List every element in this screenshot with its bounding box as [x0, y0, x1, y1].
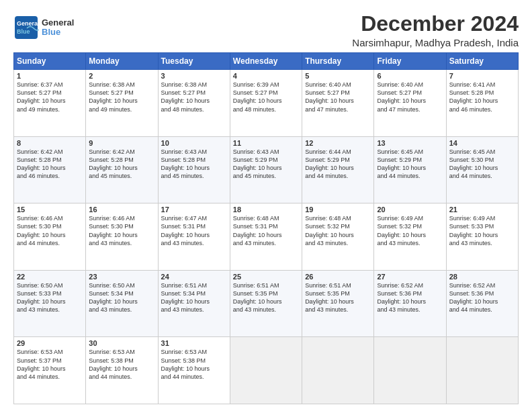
day-cell: 24Sunrise: 6:51 AM Sunset: 5:34 PM Dayli… [158, 270, 230, 337]
day-info: Sunrise: 6:39 AM Sunset: 5:27 PM Dayligh… [233, 81, 299, 113]
day-info: Sunrise: 6:38 AM Sunset: 5:27 PM Dayligh… [89, 81, 154, 113]
day-number: 3 [161, 72, 227, 80]
day-cell: 13Sunrise: 6:45 AM Sunset: 5:29 PM Dayli… [374, 136, 446, 203]
day-number: 16 [89, 205, 154, 214]
day-number: 14 [449, 139, 515, 147]
day-info: Sunrise: 6:49 AM Sunset: 5:33 PM Dayligh… [449, 214, 515, 247]
day-number: 23 [89, 273, 154, 281]
day-cell: 27Sunrise: 6:52 AM Sunset: 5:36 PM Dayli… [374, 270, 446, 337]
col-header-sunday: Sunday [14, 53, 86, 70]
day-cell: 30Sunrise: 6:53 AM Sunset: 5:38 PM Dayli… [86, 337, 158, 404]
day-cell: 3Sunrise: 6:38 AM Sunset: 5:27 PM Daylig… [158, 70, 230, 137]
day-info: Sunrise: 6:46 AM Sunset: 5:30 PM Dayligh… [17, 214, 83, 247]
day-info: Sunrise: 6:40 AM Sunset: 5:27 PM Dayligh… [305, 81, 371, 113]
col-header-monday: Monday [86, 53, 158, 70]
subtitle: Narsimhapur, Madhya Pradesh, India [352, 37, 519, 48]
day-number: 2 [89, 72, 154, 80]
day-number: 9 [89, 139, 154, 147]
day-number: 11 [233, 139, 299, 147]
day-cell: 1Sunrise: 6:37 AM Sunset: 5:27 PM Daylig… [14, 70, 86, 137]
week-row-1: 1Sunrise: 6:37 AM Sunset: 5:27 PM Daylig… [14, 70, 519, 137]
day-info: Sunrise: 6:53 AM Sunset: 5:38 PM Dayligh… [161, 348, 227, 381]
day-number: 20 [377, 205, 443, 214]
day-number: 5 [305, 72, 371, 80]
day-number: 22 [17, 273, 83, 281]
day-info: Sunrise: 6:46 AM Sunset: 5:30 PM Dayligh… [89, 214, 154, 247]
calendar-header-row: SundayMondayTuesdayWednesdayThursdayFrid… [14, 53, 519, 70]
day-cell: 23Sunrise: 6:50 AM Sunset: 5:34 PM Dayli… [86, 270, 158, 337]
week-row-4: 22Sunrise: 6:50 AM Sunset: 5:33 PM Dayli… [14, 270, 519, 337]
day-cell: 11Sunrise: 6:43 AM Sunset: 5:29 PM Dayli… [230, 136, 302, 203]
header: General Blue General Blue December 2024 … [13, 12, 519, 48]
logo-text: General Blue [42, 18, 74, 38]
day-info: Sunrise: 6:48 AM Sunset: 5:32 PM Dayligh… [305, 214, 371, 247]
col-header-wednesday: Wednesday [230, 53, 302, 70]
day-info: Sunrise: 6:53 AM Sunset: 5:38 PM Dayligh… [89, 348, 154, 381]
day-number: 10 [161, 139, 227, 147]
day-info: Sunrise: 6:47 AM Sunset: 5:31 PM Dayligh… [161, 214, 227, 247]
day-number: 4 [233, 72, 299, 80]
day-cell [446, 337, 518, 404]
day-cell: 17Sunrise: 6:47 AM Sunset: 5:31 PM Dayli… [158, 203, 230, 271]
day-info: Sunrise: 6:52 AM Sunset: 5:36 PM Dayligh… [377, 281, 443, 314]
svg-text:Blue: Blue [17, 28, 30, 35]
day-info: Sunrise: 6:51 AM Sunset: 5:35 PM Dayligh… [233, 281, 299, 314]
day-cell: 5Sunrise: 6:40 AM Sunset: 5:27 PM Daylig… [302, 70, 374, 137]
day-cell: 20Sunrise: 6:49 AM Sunset: 5:32 PM Dayli… [374, 203, 446, 271]
calendar-table: SundayMondayTuesdayWednesdayThursdayFrid… [13, 52, 519, 404]
day-info: Sunrise: 6:52 AM Sunset: 5:36 PM Dayligh… [449, 281, 515, 314]
day-number: 21 [449, 205, 515, 214]
week-row-3: 15Sunrise: 6:46 AM Sunset: 5:30 PM Dayli… [14, 203, 519, 271]
day-info: Sunrise: 6:51 AM Sunset: 5:34 PM Dayligh… [161, 281, 227, 314]
day-number: 7 [449, 72, 515, 80]
day-number: 31 [161, 339, 227, 347]
day-info: Sunrise: 6:50 AM Sunset: 5:33 PM Dayligh… [17, 281, 83, 314]
title-block: December 2024 Narsimhapur, Madhya Prades… [352, 12, 519, 48]
day-number: 13 [377, 139, 443, 147]
day-cell: 15Sunrise: 6:46 AM Sunset: 5:30 PM Dayli… [14, 203, 86, 271]
day-number: 8 [17, 139, 83, 147]
day-cell: 12Sunrise: 6:44 AM Sunset: 5:29 PM Dayli… [302, 136, 374, 203]
col-header-thursday: Thursday [302, 53, 374, 70]
day-number: 29 [17, 339, 83, 347]
day-cell: 14Sunrise: 6:45 AM Sunset: 5:30 PM Dayli… [446, 136, 518, 203]
day-cell [374, 337, 446, 404]
day-number: 25 [233, 273, 299, 281]
logo-icon: General Blue [13, 15, 39, 40]
logo-line2: Blue [42, 28, 74, 37]
day-cell: 6Sunrise: 6:40 AM Sunset: 5:27 PM Daylig… [374, 70, 446, 137]
col-header-friday: Friday [374, 53, 446, 70]
day-cell: 31Sunrise: 6:53 AM Sunset: 5:38 PM Dayli… [158, 337, 230, 404]
day-cell: 2Sunrise: 6:38 AM Sunset: 5:27 PM Daylig… [86, 70, 158, 137]
day-number: 19 [305, 205, 371, 214]
day-cell: 10Sunrise: 6:43 AM Sunset: 5:28 PM Dayli… [158, 136, 230, 203]
day-number: 30 [89, 339, 154, 347]
logo-line1: General [42, 18, 74, 28]
day-cell [230, 337, 302, 404]
day-info: Sunrise: 6:49 AM Sunset: 5:32 PM Dayligh… [377, 214, 443, 247]
day-info: Sunrise: 6:51 AM Sunset: 5:35 PM Dayligh… [305, 281, 371, 314]
day-info: Sunrise: 6:41 AM Sunset: 5:28 PM Dayligh… [449, 81, 515, 113]
week-row-5: 29Sunrise: 6:53 AM Sunset: 5:37 PM Dayli… [14, 337, 519, 404]
day-cell: 9Sunrise: 6:42 AM Sunset: 5:28 PM Daylig… [86, 136, 158, 203]
day-info: Sunrise: 6:50 AM Sunset: 5:34 PM Dayligh… [89, 281, 154, 314]
day-info: Sunrise: 6:44 AM Sunset: 5:29 PM Dayligh… [305, 148, 371, 181]
day-number: 6 [377, 72, 443, 80]
day-number: 15 [17, 205, 83, 214]
day-info: Sunrise: 6:42 AM Sunset: 5:28 PM Dayligh… [17, 148, 83, 181]
day-info: Sunrise: 6:43 AM Sunset: 5:28 PM Dayligh… [161, 148, 227, 181]
main-title: December 2024 [352, 12, 519, 36]
day-info: Sunrise: 6:48 AM Sunset: 5:31 PM Dayligh… [233, 214, 299, 247]
day-cell: 29Sunrise: 6:53 AM Sunset: 5:37 PM Dayli… [14, 337, 86, 404]
day-number: 17 [161, 205, 227, 214]
col-header-saturday: Saturday [446, 53, 518, 70]
day-cell: 22Sunrise: 6:50 AM Sunset: 5:33 PM Dayli… [14, 270, 86, 337]
page: General Blue General Blue December 2024 … [0, 0, 532, 411]
day-number: 12 [305, 139, 371, 147]
day-number: 27 [377, 273, 443, 281]
day-number: 24 [161, 273, 227, 281]
col-header-tuesday: Tuesday [158, 53, 230, 70]
day-info: Sunrise: 6:45 AM Sunset: 5:29 PM Dayligh… [377, 148, 443, 181]
day-cell: 25Sunrise: 6:51 AM Sunset: 5:35 PM Dayli… [230, 270, 302, 337]
day-cell: 16Sunrise: 6:46 AM Sunset: 5:30 PM Dayli… [86, 203, 158, 271]
